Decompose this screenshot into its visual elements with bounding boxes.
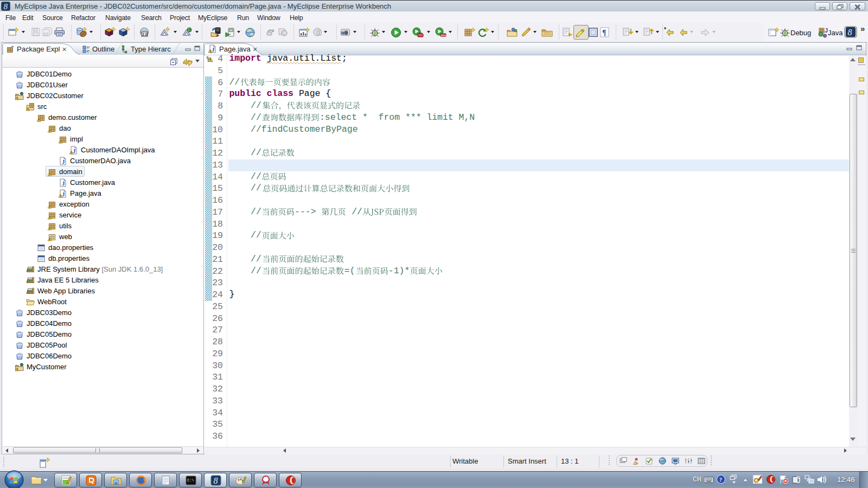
svg-text:¶: ¶	[602, 29, 607, 37]
svg-text:J: J	[62, 191, 65, 197]
svg-text:8: 8	[848, 28, 852, 37]
svg-text:J: J	[62, 158, 65, 165]
svg-text:*: *	[664, 27, 666, 33]
svg-text:J: J	[73, 147, 76, 154]
svg-text:8: 8	[214, 476, 218, 485]
svg-text:C:\: C:\	[187, 478, 194, 483]
svg-text:8: 8	[4, 2, 8, 11]
svg-text:?: ?	[719, 476, 723, 483]
svg-text:2.0: 2.0	[142, 33, 148, 36]
svg-text:J: J	[212, 46, 215, 53]
svg-text:J: J	[62, 180, 65, 187]
